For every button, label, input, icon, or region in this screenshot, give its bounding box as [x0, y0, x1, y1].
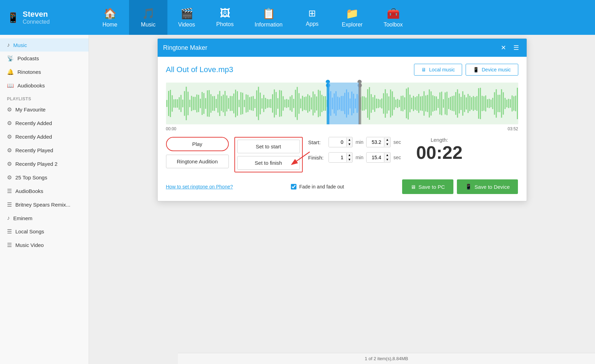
nav-videos[interactable]: 🎬 Videos — [167, 0, 206, 35]
start-min-input[interactable] — [329, 137, 346, 147]
sidebar-item-podcasts[interactable]: 📡 Podcasts — [0, 52, 89, 65]
svg-rect-141 — [413, 96, 414, 111]
25-top-songs-icon: ⚙ — [7, 174, 12, 181]
svg-rect-143 — [416, 96, 417, 111]
svg-rect-67 — [283, 96, 284, 110]
finish-sec-input[interactable] — [367, 153, 384, 162]
waveform-selection[interactable] — [328, 83, 360, 124]
svg-rect-68 — [284, 100, 285, 107]
sidebar-item-recently-played2[interactable]: ⚙ Recently Played 2 — [0, 157, 89, 171]
finish-sec-spinners: ▲ ▼ — [384, 153, 390, 162]
start-min-up[interactable]: ▲ — [347, 138, 353, 142]
svg-rect-71 — [289, 96, 291, 110]
sidebar-recently-added2-label: Recently Added — [15, 134, 52, 140]
nav-explorer-label: Explorer — [342, 22, 363, 28]
svg-rect-172 — [467, 94, 468, 113]
nav-toolbox[interactable]: 🧰 Toolbox — [373, 0, 413, 35]
start-sec-input-wrap[interactable]: ▲ ▼ — [366, 137, 391, 147]
ringtone-audition-button[interactable]: Ringtone Audition — [166, 155, 229, 168]
nav-music[interactable]: 🎵 Music — [129, 0, 167, 35]
photos-icon: 🖼 — [220, 7, 230, 19]
svg-rect-47 — [247, 95, 248, 112]
sidebar-item-recently-added[interactable]: ⚙ Recently Added — [0, 116, 89, 130]
finish-sec-unit: sec — [393, 155, 401, 160]
sidebar-item-local-songs[interactable]: ☰ Local Songs — [0, 225, 89, 238]
svg-rect-82 — [309, 95, 310, 111]
dialog-close-button[interactable]: ✕ — [499, 43, 509, 53]
finish-sec-input-wrap[interactable]: ▲ ▼ — [366, 152, 391, 163]
svg-rect-15 — [191, 96, 192, 111]
sidebar-item-recently-played[interactable]: ⚙ Recently Played — [0, 144, 89, 157]
svg-rect-183 — [487, 99, 488, 108]
sidebar-item-recently-added2[interactable]: ⚙ Recently Added — [0, 130, 89, 144]
sidebar-item-my-favourite[interactable]: ⚙ My Favourite — [0, 103, 89, 116]
nav-explorer[interactable]: 📁 Explorer — [331, 0, 373, 35]
fade-checkbox[interactable] — [291, 184, 296, 189]
svg-rect-131 — [395, 100, 396, 107]
svg-rect-50 — [253, 96, 254, 111]
svg-rect-140 — [411, 98, 412, 109]
svg-rect-151 — [430, 91, 431, 115]
sidebar-item-25-top-songs[interactable]: ⚙ 25 Top Songs — [0, 171, 89, 184]
how-to-link[interactable]: How to set ringtone on Phone? — [166, 184, 233, 189]
play-button[interactable]: Play — [166, 137, 229, 151]
sidebar-item-music[interactable]: ♪ Music — [0, 38, 89, 52]
nav-photos[interactable]: 🖼 Photos — [206, 0, 244, 35]
sidebar-item-music-video[interactable]: ☰ Music Video — [0, 238, 89, 252]
playlists-section-label: PLAYLISTS — [0, 92, 89, 103]
finish-min-input[interactable] — [329, 153, 346, 162]
start-sec-input[interactable] — [367, 137, 384, 147]
finish-sec-down[interactable]: ▼ — [384, 157, 390, 162]
finish-time-group: Finish: ▲ ▼ min — [308, 152, 401, 163]
sidebar-item-audiobooks[interactable]: 📖 Audiobooks — [0, 79, 89, 92]
arrow-svg — [285, 150, 313, 168]
device-name: Steven — [23, 10, 50, 19]
sidebar-item-ringtones[interactable]: 🔔 Rinotones — [0, 65, 89, 79]
svg-rect-78 — [302, 96, 303, 111]
svg-rect-70 — [288, 100, 289, 107]
length-label: Length: — [431, 137, 448, 143]
svg-rect-135 — [402, 95, 403, 111]
local-music-button[interactable]: 🖥 Local music — [414, 64, 462, 76]
start-min-down[interactable]: ▼ — [347, 142, 353, 147]
nav-home[interactable]: 🏠 Home — [91, 0, 129, 35]
status-bar: 1 of 2 item(s),8.84MB — [178, 353, 595, 364]
waveform-container[interactable]: // We'll draw this inline using rectangl… — [166, 83, 518, 131]
start-sec-up[interactable]: ▲ — [384, 138, 390, 142]
svg-rect-165 — [455, 92, 456, 115]
start-sec-down[interactable]: ▼ — [384, 142, 390, 147]
dialog-menu-button[interactable]: ☰ — [511, 43, 521, 53]
svg-rect-31 — [219, 91, 220, 116]
svg-rect-189 — [497, 95, 498, 112]
finish-sec-up[interactable]: ▲ — [384, 153, 390, 157]
length-value: 00:22 — [416, 143, 462, 163]
svg-rect-123 — [381, 99, 382, 109]
nav-information-label: Information — [255, 22, 283, 28]
svg-rect-49 — [251, 96, 252, 110]
sidebar-item-britney[interactable]: ☰ Britney Spears Remix... — [0, 198, 89, 211]
svg-rect-152 — [432, 95, 433, 112]
start-label: Start: — [308, 139, 326, 145]
music-sidebar-icon: ♪ — [7, 42, 10, 48]
sidebar-item-eminem[interactable]: ♪ Eminem — [0, 211, 89, 225]
center-controls: Set to start Set to finish — [234, 137, 303, 172]
start-min-input-wrap[interactable]: ▲ ▼ — [329, 137, 353, 147]
svg-rect-127 — [388, 96, 389, 111]
device-music-button[interactable]: 📱 Device music — [466, 64, 518, 76]
finish-min-input-wrap[interactable]: ▲ ▼ — [329, 152, 353, 163]
svg-rect-177 — [476, 96, 477, 111]
svg-rect-83 — [311, 98, 312, 110]
finish-min-down[interactable]: ▼ — [347, 157, 353, 162]
svg-rect-161 — [448, 98, 449, 109]
sidebar-item-audiobooks2[interactable]: ☰ AudioBooks — [0, 184, 89, 198]
svg-rect-133 — [399, 100, 400, 107]
svg-rect-168 — [460, 97, 461, 110]
finish-min-up[interactable]: ▲ — [347, 153, 353, 157]
top-nav-bar: 📱 Steven Connected 🏠 Home 🎵 Music 🎬 Vide… — [0, 0, 595, 35]
nav-information[interactable]: 📋 Information — [244, 0, 293, 35]
save-to-pc-button[interactable]: 🖥 Save to PC — [402, 179, 453, 194]
save-to-device-button[interactable]: 📱 Save to Device — [457, 179, 518, 194]
home-icon: 🏠 — [104, 7, 116, 20]
nav-apps[interactable]: ⊞ Apps — [293, 0, 331, 35]
svg-rect-62 — [274, 90, 275, 118]
